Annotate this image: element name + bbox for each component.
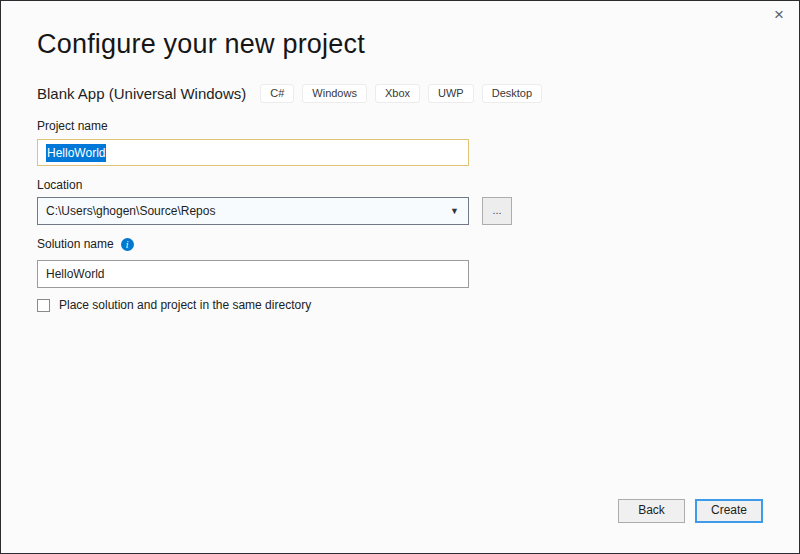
same-directory-label: Place solution and project in the same d…: [59, 298, 311, 312]
location-value: C:\Users\ghogen\Source\Repos: [46, 204, 450, 218]
tag-csharp: C#: [260, 84, 294, 103]
tag-desktop: Desktop: [482, 84, 542, 103]
same-directory-option[interactable]: Place solution and project in the same d…: [37, 298, 311, 312]
info-icon[interactable]: i: [121, 238, 134, 251]
project-name-input[interactable]: HelloWorld: [37, 139, 469, 166]
close-icon[interactable]: ×: [768, 4, 790, 26]
project-name-value: HelloWorld: [46, 144, 106, 162]
location-label: Location: [37, 178, 82, 192]
tag-uwp: UWP: [428, 84, 474, 103]
solution-name-label-row: Solution name i: [37, 237, 134, 251]
tag-xbox: Xbox: [375, 84, 420, 103]
chevron-down-icon[interactable]: ▼: [450, 207, 460, 216]
browse-button[interactable]: ...: [482, 197, 512, 225]
template-name: Blank App (Universal Windows): [37, 85, 246, 102]
page-title: Configure your new project: [37, 29, 365, 60]
location-combobox[interactable]: C:\Users\ghogen\Source\Repos ▼: [37, 197, 469, 225]
configure-project-dialog: × Configure your new project Blank App (…: [0, 0, 800, 554]
tag-windows: Windows: [302, 84, 367, 103]
back-button[interactable]: Back: [618, 499, 685, 523]
create-button[interactable]: Create: [695, 499, 763, 523]
solution-name-input[interactable]: HelloWorld: [37, 260, 469, 288]
template-info-row: Blank App (Universal Windows) C# Windows…: [37, 84, 542, 103]
solution-name-label: Solution name: [37, 237, 114, 251]
project-name-label: Project name: [37, 119, 108, 133]
same-directory-checkbox[interactable]: [37, 299, 50, 312]
solution-name-value: HelloWorld: [46, 267, 104, 281]
